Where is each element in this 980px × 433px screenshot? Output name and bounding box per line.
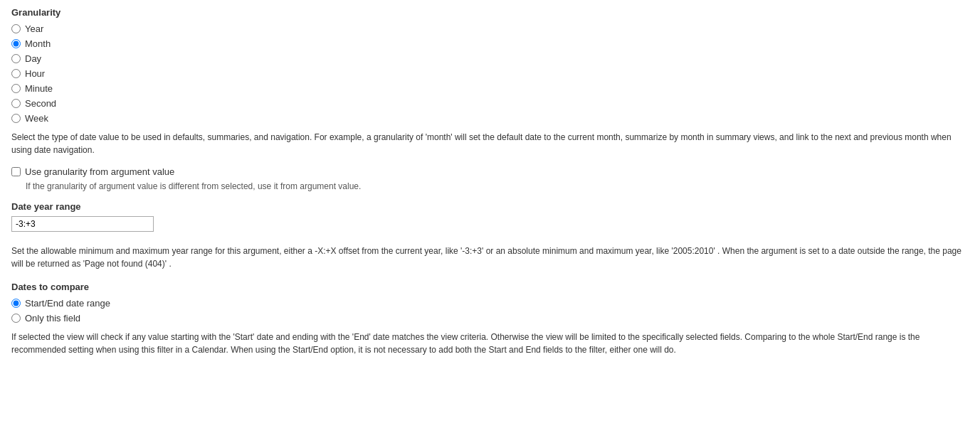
granularity-second-label: Second xyxy=(25,98,56,109)
date-year-range-title: Date year range xyxy=(11,201,969,212)
granularity-section: Granularity Year Month Day Hour Minute S… xyxy=(11,7,969,191)
granularity-title: Granularity xyxy=(11,7,969,18)
granularity-minute-label: Minute xyxy=(25,83,53,94)
granularity-week-label: Week xyxy=(25,113,48,124)
date-year-range-section: Date year range Set the allowable minimu… xyxy=(11,201,969,270)
startend-radio[interactable] xyxy=(11,299,21,308)
use-granularity-checkbox[interactable] xyxy=(11,167,21,176)
startend-label: Start/End date range xyxy=(25,298,110,309)
granularity-minute-radio[interactable] xyxy=(11,84,21,93)
granularity-year-label: Year xyxy=(25,23,43,34)
dates-to-compare-radio-group: Start/End date range Only this field xyxy=(11,298,969,324)
granularity-radio-group: Year Month Day Hour Minute Second Week xyxy=(11,23,969,124)
use-granularity-label[interactable]: Use granularity from argument value xyxy=(25,166,174,177)
granularity-week-item[interactable]: Week xyxy=(11,113,969,124)
granularity-hour-item[interactable]: Hour xyxy=(11,68,969,79)
granularity-minute-item[interactable]: Minute xyxy=(11,83,969,94)
granularity-day-item[interactable]: Day xyxy=(11,53,969,64)
date-year-range-input[interactable] xyxy=(11,216,154,232)
granularity-year-item[interactable]: Year xyxy=(11,23,969,34)
dates-to-compare-description: If selected the view will check if any v… xyxy=(11,331,969,356)
granularity-hour-radio[interactable] xyxy=(11,69,21,78)
granularity-day-label: Day xyxy=(25,53,41,64)
granularity-month-label: Month xyxy=(25,38,51,49)
granularity-checkbox-description: If the granularity of argument value is … xyxy=(26,181,969,191)
granularity-week-radio[interactable] xyxy=(11,114,21,123)
granularity-second-radio[interactable] xyxy=(11,99,21,108)
granularity-second-item[interactable]: Second xyxy=(11,98,969,109)
dates-to-compare-title: Dates to compare xyxy=(11,282,969,292)
onlythis-label: Only this field xyxy=(25,313,80,324)
granularity-day-radio[interactable] xyxy=(11,54,21,63)
granularity-month-radio[interactable] xyxy=(11,39,21,48)
onlythis-item[interactable]: Only this field xyxy=(11,313,969,324)
granularity-checkbox-row: Use granularity from argument value xyxy=(11,166,969,177)
date-year-range-description: Set the allowable minimum and maximum ye… xyxy=(11,245,969,270)
onlythis-radio[interactable] xyxy=(11,314,21,323)
dates-to-compare-section: Dates to compare Start/End date range On… xyxy=(11,282,969,356)
granularity-year-radio[interactable] xyxy=(11,24,21,33)
startend-item[interactable]: Start/End date range xyxy=(11,298,969,309)
granularity-hour-label: Hour xyxy=(25,68,45,79)
granularity-month-item[interactable]: Month xyxy=(11,38,969,49)
granularity-description: Select the type of date value to be used… xyxy=(11,131,969,156)
